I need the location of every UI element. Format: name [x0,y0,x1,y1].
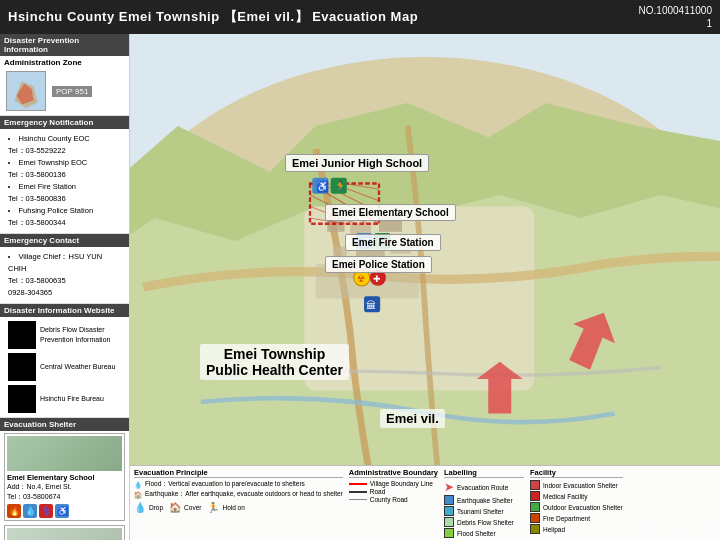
page-title: Hsinchu County Emei Township 【Emei vil.】… [8,8,418,26]
shelter-thumb-junior-high [7,528,122,540]
legend-evacuation-principle: Evacuation Principle 💧 Flood：Vertical ev… [134,468,343,538]
legend-facility: Facility Indoor Evacuation Shelter Medic… [530,468,623,538]
evacuation-shelter-title: Evacuation Shelter [0,418,129,431]
emergency-contact-title: Emergency Contact [0,234,129,247]
legend-debris-shelter: Debris Flow Shelter [444,517,524,527]
medical-swatch [530,491,540,501]
legend-medical: Medical Facility [530,491,623,501]
qr-code-debris [8,321,36,349]
svg-text:☢: ☢ [357,274,365,284]
label-health-center: Emei TownshipPublic Health Center [200,344,349,380]
accessible-icon-badge: ♿ [55,504,69,518]
holdon-icon: 🏃 [207,502,219,513]
indoor-shelter-swatch [530,480,540,490]
legend-fire-dept: Fire Department [530,513,623,523]
qr-label-fire: Hsinchu Fire Bureau [40,394,104,404]
road-line-icon [349,491,367,493]
legend-road: Road [349,488,438,495]
map-legend: Evacuation Principle 💧 Flood：Vertical ev… [130,465,720,540]
legend-admin-boundary: Administrative Boundary Village Boundary… [349,468,438,538]
disaster-website-title: Disaster Information Website [0,304,129,317]
shelter-card-junior-high: Emei Junior High School Add：No.54, Emei … [4,525,125,540]
label-police-station: Emei Police Station [325,256,432,273]
shelter-thumb-elementary [7,436,122,471]
water-icon: 💧 [134,481,142,489]
legend-eq-shelter: Earthquake Shelter [444,495,524,505]
disaster-prevention-title: Disaster Prevention Information [0,34,129,56]
legend-tsunami-shelter: Tsunami Shelter [444,506,524,516]
drop-icon: 💧 [134,502,146,513]
evac-route-icon: ➤ [444,480,454,494]
qr-code-fire [8,385,36,413]
contact-item: Village Chief：HSU YUN CHIHTel：03-5800635… [8,251,121,299]
cover-icon: 🏠 [169,502,181,513]
qr-label-weather: Central Weather Bureau [40,362,115,372]
emergency-notification-content: Hsinchu County EOCTel：03-5529222 Emei To… [0,129,129,234]
emergency-list: Hsinchu County EOCTel：03-5529222 Emei To… [4,131,125,231]
emergency-item: Hsinchu County EOCTel：03-5529222 [8,133,121,157]
admin-zone-map [6,71,46,111]
emergency-item: Emei Township EOCTel：03-5800136 [8,157,121,181]
legend-county-road: County Road [349,496,438,503]
admin-zone-section: Administration Zone POP 951 [0,56,129,116]
medical-icon-badge: ⚕️ [39,504,53,518]
disaster-website-content: Debris Flow Disaster Prevention Informat… [0,317,129,418]
shelter-tel-elementary: Tel：03-5800674 [7,492,122,502]
page-number: NO.1000411000 1 [639,4,712,30]
shelter-card-elementary: Emei Elementary School Add：No.4, Emei St… [4,433,125,521]
header: Hsinchu County Emei Township 【Emei vil.】… [0,0,720,34]
helipad-swatch [530,524,540,534]
legend-evac-title: Evacuation Principle [134,468,343,478]
legend-holdon: 🏃 Hold on [207,502,244,513]
debris-shelter-swatch [444,517,454,527]
village-boundary-line-icon [349,483,367,485]
legend-flood-shelter: Flood Shelter [444,528,524,538]
shelter-icons-elementary: 🔥 💧 ⚕️ ♿ [7,504,122,518]
label-fire-station: Emei Fire Station [345,234,441,251]
legend-labelling: Labelling ➤ Evacuation Route Earthquake … [444,468,524,538]
outdoor-shelter-swatch [530,502,540,512]
legend-evac-route: ➤ Evacuation Route [444,480,524,494]
legend-helipad: Helipad [530,524,623,534]
svg-text:🏛: 🏛 [366,299,376,311]
emergency-notification-title: Emergency Notification [0,116,129,129]
legend-indoor-shelter: Indoor Evacuation Shelter [530,480,623,490]
shelter-name-elementary: Emei Elementary School [7,473,122,482]
county-road-line-icon [349,499,367,500]
eq-shelter-swatch [444,495,454,505]
flood-shelter-swatch [444,528,454,538]
label-elementary: Emei Elementary School [325,204,456,221]
emergency-item: Fuhsing Police StationTel：03-5800344 [8,205,121,229]
legend-evac-flood: 💧 Flood：Vertical evacuation to pare/evac… [134,480,343,489]
svg-text:♿: ♿ [316,180,329,193]
label-junior-high: Emei Junior High School [285,154,429,172]
legend-cover: 🏠 Cover [169,502,201,513]
shelter-address-elementary: Add：No.4, Emei St. [7,482,122,492]
qr-debris: Debris Flow Disaster Prevention Informat… [4,319,125,351]
emergency-contact-content: Village Chief：HSU YUN CHIHTel：03-5800635… [0,247,129,304]
legend-admin-title: Administrative Boundary [349,468,438,478]
admin-zone-label: Administration Zone [4,58,125,67]
legend-evac-eq: 🏠 Earthquake：After earthquake, evacuate … [134,490,343,499]
contact-list: Village Chief：HSU YUN CHIHTel：03-5800635… [4,249,125,301]
map-area: ♿ 🏃 ♿ 🏃 ☢ ✚ 🏛 Google Map data ©2020 Goog… [130,34,720,540]
svg-text:🏃: 🏃 [334,180,347,193]
legend-village-line: Village Boundary Line [349,480,438,487]
water-icon-badge: 💧 [23,504,37,518]
fire-dept-swatch [530,513,540,523]
qr-fire: Hsinchu Fire Bureau [4,383,125,415]
pop-badge: POP 951 [52,86,92,97]
fire-icon-badge: 🔥 [7,504,21,518]
label-emei-vil: Emei vil. [380,409,445,428]
legend-outdoor-shelter: Outdoor Evacuation Shelter [530,502,623,512]
legend-facility-title: Facility [530,468,623,478]
legend-labelling-title: Labelling [444,468,524,478]
qr-weather: Central Weather Bureau [4,351,125,383]
tsunami-shelter-swatch [444,506,454,516]
sidebar: Disaster Prevention Information Administ… [0,34,130,540]
svg-text:✚: ✚ [373,274,381,284]
legend-drop: 💧 Drop [134,502,163,513]
emergency-item: Emei Fire StationTel：03-5800836 [8,181,121,205]
qr-label-debris: Debris Flow Disaster Prevention Informat… [40,325,121,345]
qr-code-weather [8,353,36,381]
